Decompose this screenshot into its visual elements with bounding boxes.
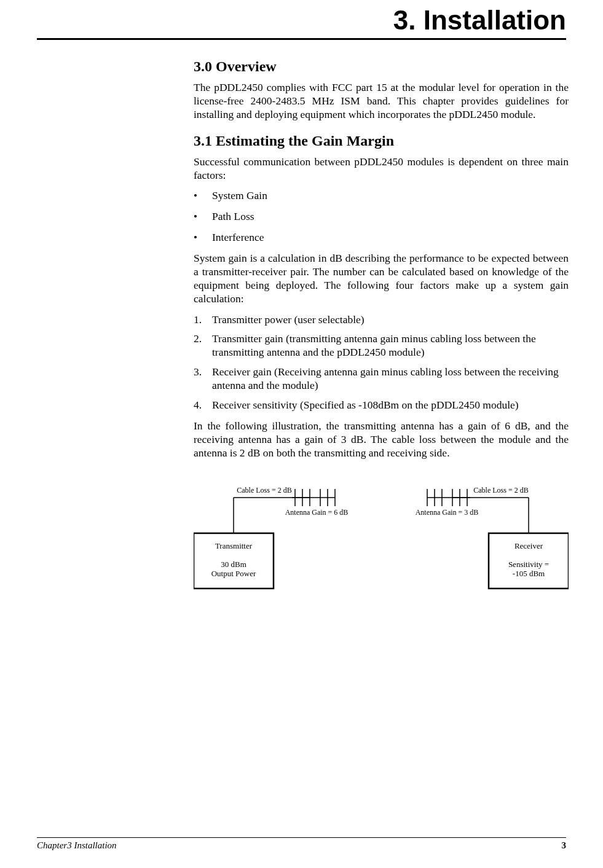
list-item: Interference (194, 231, 569, 244)
illustration-paragraph: In the following illustration, the trans… (194, 420, 569, 460)
list-item: Transmitter gain (transmitting antenna g… (194, 332, 569, 359)
rx-cable-loss-label: Cable Loss = 2 dB (473, 486, 528, 495)
gain-diagram: Transmitter 30 dBm Output Power Receiver… (194, 478, 569, 601)
page-footer: Chapter3 Installation 3 (37, 837, 566, 851)
list-item: Path Loss (194, 210, 569, 224)
receiver-sensitivity-label: Sensitivity = (508, 560, 549, 569)
tx-cable-loss-label: Cable Loss = 2 dB (237, 486, 291, 495)
chapter-title: 3. Installation (37, 0, 566, 40)
tx-antenna-gain-label: Antenna Gain = 6 dB (285, 508, 349, 517)
transmitter-power: 30 dBm (221, 560, 246, 569)
section-3-1-intro: Successful communication between pDDL245… (194, 155, 569, 182)
gain-factors-list: Transmitter power (user selectable) Tran… (194, 313, 569, 412)
footer-chapter-label: Chapter3 Installation (37, 840, 117, 851)
system-gain-paragraph: System gain is a calculation in dB descr… (194, 252, 569, 306)
diagram-svg: Transmitter 30 dBm Output Power Receiver… (194, 478, 569, 601)
transmitter-title: Transmitter (215, 541, 253, 550)
section-3-0-paragraph: The pDDL2450 complies with FCC part 15 a… (194, 81, 569, 122)
receiver-sensitivity-value: -105 dBm (513, 569, 545, 578)
page-number: 3 (562, 840, 567, 851)
section-3-0-heading: 3.0 Overview (194, 58, 569, 75)
list-item: System Gain (194, 189, 569, 203)
list-item: Receiver sensitivity (Specified as -108d… (194, 399, 569, 412)
rx-antenna-gain-label: Antenna Gain = 3 dB (416, 508, 479, 517)
section-3-1-heading: 3.1 Estimating the Gain Margin (194, 133, 569, 149)
factors-bullet-list: System Gain Path Loss Interference (194, 189, 569, 244)
main-content: 3.0 Overview The pDDL2450 complies with … (194, 58, 569, 601)
rx-antenna-icon (427, 489, 470, 506)
list-item: Transmitter power (user selectable) (194, 313, 569, 327)
tx-antenna-icon (292, 489, 335, 506)
transmitter-output: Output Power (211, 569, 256, 578)
list-item: Receiver gain (Receiving antenna gain mi… (194, 366, 569, 393)
receiver-title: Receiver (514, 541, 543, 550)
